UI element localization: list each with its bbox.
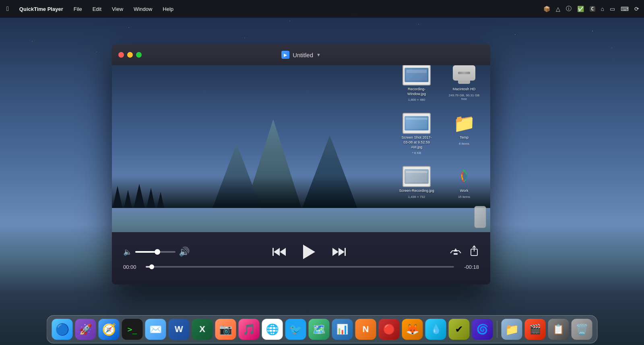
dock-icon-misc2[interactable]: 🔴 bbox=[379, 319, 400, 340]
numbers-icon: N bbox=[363, 324, 369, 335]
svg-point-1 bbox=[463, 170, 465, 172]
tree-3 bbox=[134, 184, 145, 208]
traffic-lights bbox=[118, 52, 142, 58]
screenrec-icon-sublabel: 1,436 × 732 bbox=[408, 195, 425, 199]
misc3-icon: 💧 bbox=[430, 324, 441, 335]
icon-row-1: Recording-Window.jpg 1,600 × 480 bbox=[398, 64, 482, 102]
misc6-icon: 📋 bbox=[553, 324, 565, 335]
dock-icon-mail[interactable]: ✉️ bbox=[145, 319, 166, 340]
dock-icon-terminal[interactable]: >_ bbox=[122, 319, 143, 340]
window-menu[interactable]: Window bbox=[132, 5, 154, 13]
volume-high-icon[interactable]: 🔊 bbox=[179, 247, 190, 257]
keyboard-icon[interactable]: ⌨ bbox=[621, 6, 629, 12]
dock-icon-misc3[interactable]: 💧 bbox=[425, 319, 446, 340]
minimize-button[interactable] bbox=[127, 52, 133, 58]
close-button[interactable] bbox=[118, 52, 124, 58]
recording-thumb-inner bbox=[405, 68, 429, 82]
screenrec-icon-img bbox=[402, 166, 431, 187]
dock-icon-itunes[interactable]: 🎵 bbox=[239, 319, 260, 340]
window-title: Untitled bbox=[293, 52, 313, 58]
app-name-menu[interactable]: QuickTime Player bbox=[18, 5, 65, 13]
edit-menu[interactable]: Edit bbox=[91, 5, 103, 13]
dock-icon-misc5[interactable]: 🌀 bbox=[472, 319, 493, 340]
view-menu[interactable]: View bbox=[110, 5, 125, 13]
controls-bottom-row: 00:00 -00:18 bbox=[123, 264, 479, 270]
title-dropdown-icon[interactable]: ▼ bbox=[316, 52, 321, 57]
menubar-left:  QuickTime Player File Edit View Window… bbox=[5, 4, 175, 13]
screenshot-thumb-bar bbox=[406, 118, 427, 120]
right-controls bbox=[415, 245, 479, 259]
googledrive-icon[interactable]: △ bbox=[556, 6, 560, 12]
fastforward-button[interactable] bbox=[331, 246, 346, 258]
volume-low-icon[interactable]: 🔈 bbox=[123, 247, 132, 256]
dock-separator bbox=[497, 321, 497, 338]
trash-icon: 🗑️ bbox=[576, 323, 588, 336]
files-icon: 📁 bbox=[505, 323, 519, 336]
machd-icon-img bbox=[450, 64, 478, 85]
dock-icon-chrome[interactable]: 🌐 bbox=[262, 319, 283, 340]
controls-top-row: 🔈 🔊 bbox=[123, 245, 479, 259]
info-icon[interactable]: ⓘ bbox=[566, 5, 572, 12]
rewind-button[interactable] bbox=[272, 246, 287, 258]
transport-section bbox=[204, 245, 415, 259]
mail-icon: ✉️ bbox=[149, 323, 162, 336]
dock-icon-misc1[interactable]: 📊 bbox=[332, 319, 353, 340]
dropbox-icon[interactable]: 📦 bbox=[543, 6, 550, 12]
desktop-icon-recording[interactable]: Recording-Window.jpg 1,600 × 480 bbox=[398, 64, 435, 102]
screenrec-icon-label: Screen-Recording.jpg bbox=[399, 189, 434, 193]
desktop-icon-temp[interactable]: 📁 Temp 6 items bbox=[446, 113, 482, 145]
photos-icon: 📷 bbox=[219, 323, 232, 336]
maps-icon: 🗺️ bbox=[313, 323, 326, 336]
timemachine-icon[interactable]: ⟳ bbox=[634, 6, 639, 12]
time-remaining: -00:18 bbox=[460, 264, 479, 270]
dock-icon-word[interactable]: W bbox=[169, 319, 190, 340]
desktop-icon-work[interactable]: Work 15 items bbox=[446, 166, 482, 199]
play-button[interactable] bbox=[303, 245, 315, 259]
svg-marker-6 bbox=[339, 248, 345, 256]
dock-icon-twitter[interactable]: 🐦 bbox=[285, 319, 306, 340]
airplay-button[interactable] bbox=[450, 246, 461, 258]
desktop-icon-screenshot[interactable]: Screen Shot 2017-03-08 at 9.52.59 AM.jpg… bbox=[398, 113, 435, 155]
icon-row-3: Screen-Recording.jpg 1,436 × 732 bbox=[398, 166, 482, 199]
dock-icon-launchpad[interactable]: 🚀 bbox=[75, 319, 96, 340]
dock-icon-safari[interactable]: 🧭 bbox=[99, 319, 120, 340]
dock-icon-files[interactable]: 📁 bbox=[502, 319, 522, 340]
dock-icon-misc6[interactable]: 📋 bbox=[548, 319, 569, 340]
file-menu[interactable]: File bbox=[72, 5, 84, 13]
maximize-button[interactable] bbox=[136, 52, 142, 58]
volume-slider[interactable] bbox=[135, 251, 175, 253]
share-button[interactable] bbox=[469, 245, 479, 259]
window-title-area: ▶ Untitled ▼ bbox=[281, 51, 321, 59]
apple-menu[interactable]:  bbox=[5, 4, 10, 13]
hd-icon-shape bbox=[452, 65, 476, 85]
excel-icon: X bbox=[199, 324, 205, 335]
dock-icon-clips[interactable]: 🎬 bbox=[525, 319, 546, 340]
temp-icon-label: Temp bbox=[460, 135, 469, 140]
help-menu[interactable]: Help bbox=[161, 5, 175, 13]
dock-icon-numbers[interactable]: N bbox=[355, 319, 376, 340]
volume-thumb bbox=[155, 249, 160, 255]
tree-1 bbox=[113, 186, 122, 208]
svg-rect-7 bbox=[345, 248, 346, 256]
check-icon[interactable]: ✅ bbox=[577, 6, 584, 12]
dock-icon-trash[interactable]: 🗑️ bbox=[572, 319, 592, 340]
home-icon[interactable]: ⌂ bbox=[601, 6, 604, 12]
dock-icon-finder[interactable]: 🔵 bbox=[52, 319, 73, 340]
misc1-icon: 📊 bbox=[336, 324, 349, 335]
desktop-icon-screenrec[interactable]: Screen-Recording.jpg 1,436 × 732 bbox=[398, 166, 435, 199]
progress-bar[interactable] bbox=[146, 266, 454, 268]
hd-foot bbox=[458, 81, 470, 84]
desktop-icon-machd[interactable]: Macintosh HD 249.79 GB, 90.31 GB free bbox=[446, 64, 482, 101]
screenshot-icon-sublabel: * 6 KB bbox=[412, 151, 421, 155]
dock-icon-misc4[interactable]: ✔ bbox=[449, 319, 470, 340]
dock-icon-photos[interactable]: 📷 bbox=[215, 319, 236, 340]
dock-icon-firefox[interactable]: 🦊 bbox=[402, 319, 423, 340]
airplay-menu-icon[interactable]: ▭ bbox=[610, 6, 615, 12]
volume-section: 🔈 🔊 bbox=[123, 247, 204, 257]
work-icon-sublabel: 15 items bbox=[458, 195, 470, 199]
dock-icon-maps[interactable]: 🗺️ bbox=[309, 319, 330, 340]
menubar-right: 📦 △ ⓘ ✅ C ⌂ ▭ ⌨ ⟳ bbox=[543, 5, 639, 12]
temp-icon-img: 📁 bbox=[450, 113, 478, 134]
dock-icon-excel[interactable]: X bbox=[192, 319, 213, 340]
copyright-icon[interactable]: C bbox=[590, 6, 595, 12]
